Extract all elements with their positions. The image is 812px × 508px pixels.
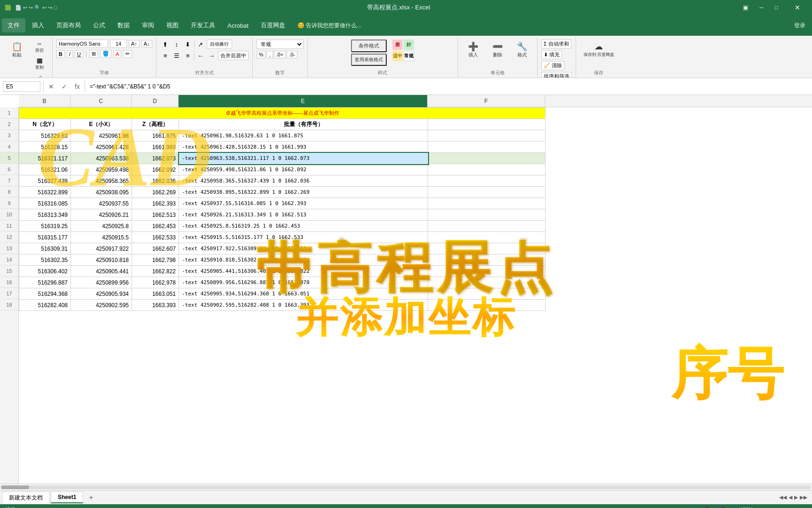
cell-9-f[interactable] xyxy=(428,198,546,209)
cell-10-d[interactable]: 1662.513 xyxy=(132,209,179,221)
col-header-d[interactable]: D xyxy=(132,95,179,107)
row-num-3[interactable]: 3 xyxy=(0,130,18,141)
status-view-page[interactable]: ⬛ xyxy=(703,507,710,508)
cell-7-e[interactable]: -text 4250958.365,516327.439 1 0 1662.03… xyxy=(179,175,428,187)
clear-button[interactable]: 🧹 清除 xyxy=(541,61,564,70)
status-view-normal[interactable]: ▦ xyxy=(689,507,694,508)
menu-page-layout[interactable]: 页面布局 xyxy=(51,18,86,32)
bold-button[interactable]: B xyxy=(56,50,65,58)
cell-13-e[interactable]: -text 4250917.922,516309.31 1 0 1662.607 xyxy=(179,243,428,254)
cell-18-c[interactable]: 4250902.595 xyxy=(71,300,132,311)
row-num-16[interactable]: 16 xyxy=(0,277,18,288)
tab-sheet1[interactable]: Sheet1 xyxy=(51,492,83,503)
cell-16-f[interactable] xyxy=(428,277,546,288)
cell-8-f[interactable] xyxy=(428,187,546,198)
menu-file[interactable]: 文件 xyxy=(2,18,25,32)
nav-prev-icon[interactable]: ◀ xyxy=(789,494,792,500)
nav-next-icon[interactable]: ▶ xyxy=(794,494,798,500)
comma-button[interactable]: , xyxy=(266,51,273,58)
cell-3-e[interactable]: -text 4250961.98,516329.63 1 0 1661.875 xyxy=(179,130,428,142)
cell-17-f[interactable] xyxy=(428,288,546,300)
cell-12-b[interactable]: 516315.177 xyxy=(19,232,71,243)
cell-8-b[interactable]: 516322.899 xyxy=(19,187,71,198)
nav-right-icon[interactable]: ▶▶ xyxy=(800,494,807,500)
cell-16-e[interactable]: -text 4250899.956,516296.887 1 0 1662.97… xyxy=(179,277,428,288)
cell-6-c[interactable]: 4250959.498 xyxy=(71,164,132,175)
cell-14-d[interactable]: 1662.798 xyxy=(132,254,179,266)
cell-14-e[interactable]: -text 4250910.818,516302.35 1 0 1662.798 xyxy=(179,254,428,266)
cell-12-c[interactable]: 4250915.5 xyxy=(71,232,132,243)
formula-input[interactable] xyxy=(88,82,809,91)
dec-decimal-button[interactable]: .0- xyxy=(287,51,297,58)
cell-16-c[interactable]: 4250899.956 xyxy=(71,277,132,288)
cell-11-c[interactable]: 4250925.8 xyxy=(71,221,132,232)
auto-wrap-button[interactable]: 自动换行 xyxy=(207,40,232,49)
col-header-b[interactable]: B xyxy=(19,95,70,107)
cell-9-b[interactable]: 516316.085 xyxy=(19,198,71,209)
number-format-select[interactable]: 常规 xyxy=(257,40,304,49)
underline-button[interactable]: U xyxy=(75,50,83,58)
nav-left-icon[interactable]: ◀◀ xyxy=(779,494,787,500)
align-left-button[interactable]: ≡ xyxy=(160,51,171,60)
align-middle-button[interactable]: ↕ xyxy=(172,40,182,49)
row-num-11[interactable]: 11 xyxy=(0,220,18,231)
align-center-button[interactable]: ☰ xyxy=(172,51,182,60)
menu-developer[interactable]: 开发工具 xyxy=(185,18,221,32)
cell-17-c[interactable]: 4250905.934 xyxy=(71,288,132,300)
cell-3-c[interactable]: 4250961.98 xyxy=(71,130,132,142)
tab-new-text-doc[interactable]: 新建文本文档 xyxy=(2,492,50,504)
cell-17-d[interactable]: 1663.051 xyxy=(132,288,179,300)
insert-button[interactable]: ➕ 插入 xyxy=(462,40,484,61)
cell-9-d[interactable]: 1662.393 xyxy=(132,198,179,209)
menu-data[interactable]: 数据 xyxy=(112,18,135,32)
cell-11-b[interactable]: 516319.25 xyxy=(19,221,71,232)
cell-16-d[interactable]: 1662.978 xyxy=(132,277,179,288)
row-num-1[interactable]: 1 xyxy=(0,107,18,119)
horizontal-scrollbar[interactable] xyxy=(0,484,812,490)
table-format-button[interactable]: 套用表格格式 xyxy=(351,54,387,66)
row-num-10[interactable]: 10 xyxy=(0,209,18,220)
cell-11-e[interactable]: -text 4250925.8,516319.25 1 0 1662.453 xyxy=(179,221,428,232)
cell-4-f[interactable] xyxy=(428,142,546,153)
font-color-button[interactable]: A xyxy=(113,50,121,58)
cell-6-e[interactable]: -text 4250959.498,516321.06 1 0 1662.092 xyxy=(179,164,428,175)
row-num-4[interactable]: 4 xyxy=(0,141,18,152)
cell-9-c[interactable]: 4250937.55 xyxy=(71,198,132,209)
format-painter-button[interactable]: 🖌格式刷 xyxy=(30,73,48,78)
format-button[interactable]: 🔧 格式 xyxy=(511,40,533,61)
merge-center-button[interactable]: 合并后居中 xyxy=(218,51,249,60)
fill-button[interactable]: ⬇ 填充 xyxy=(541,50,562,59)
add-sheet-button[interactable]: + xyxy=(84,492,98,504)
row-num-17[interactable]: 17 xyxy=(0,288,18,299)
percent-button[interactable]: % xyxy=(257,51,266,58)
row-num-18[interactable]: 18 xyxy=(0,299,18,310)
row-num-15[interactable]: 15 xyxy=(0,265,18,277)
cell-12-d[interactable]: 1662.533 xyxy=(132,232,179,243)
row-num-9[interactable]: 9 xyxy=(0,198,18,209)
cell-8-d[interactable]: 1662.269 xyxy=(132,187,179,198)
fx-icon[interactable]: fx xyxy=(73,82,82,91)
cell-10-b[interactable]: 516313.349 xyxy=(19,209,71,221)
style-good[interactable]: 好 xyxy=(404,40,414,50)
auto-sum-button[interactable]: Σ 自动求和 xyxy=(541,40,571,48)
align-right-button[interactable]: ≡ xyxy=(183,51,193,60)
cut-button[interactable]: ✂剪切 xyxy=(30,40,48,56)
style-bad[interactable]: 差 xyxy=(392,40,403,50)
cell-3-b[interactable]: 516329.63 xyxy=(19,130,71,142)
cell-17-b[interactable]: 516294.368 xyxy=(19,288,71,300)
font-name-input[interactable] xyxy=(56,40,108,48)
cell-12-f[interactable] xyxy=(428,232,546,243)
cell-14-c[interactable]: 4250910.818 xyxy=(71,254,132,266)
cell-15-d[interactable]: 1662.822 xyxy=(132,266,179,277)
cell-4-b[interactable]: 516328.15 xyxy=(19,142,71,153)
italic-button[interactable]: I xyxy=(67,50,73,58)
indent-decrease-button[interactable]: ← xyxy=(195,51,206,60)
font-size-decrease-button[interactable]: A↓ xyxy=(141,40,152,48)
cell-7-b[interactable]: 516327.439 xyxy=(19,175,71,187)
row-num-7[interactable]: 7 xyxy=(0,175,18,186)
name-box[interactable] xyxy=(3,81,40,92)
cell-15-e[interactable]: -text 4250905.441,516306.402 1 0 1662.82… xyxy=(179,266,428,277)
font-size-input[interactable] xyxy=(110,40,127,48)
cell-11-d[interactable]: 1662.453 xyxy=(132,221,179,232)
style-neutral[interactable]: 适中 xyxy=(392,51,403,61)
